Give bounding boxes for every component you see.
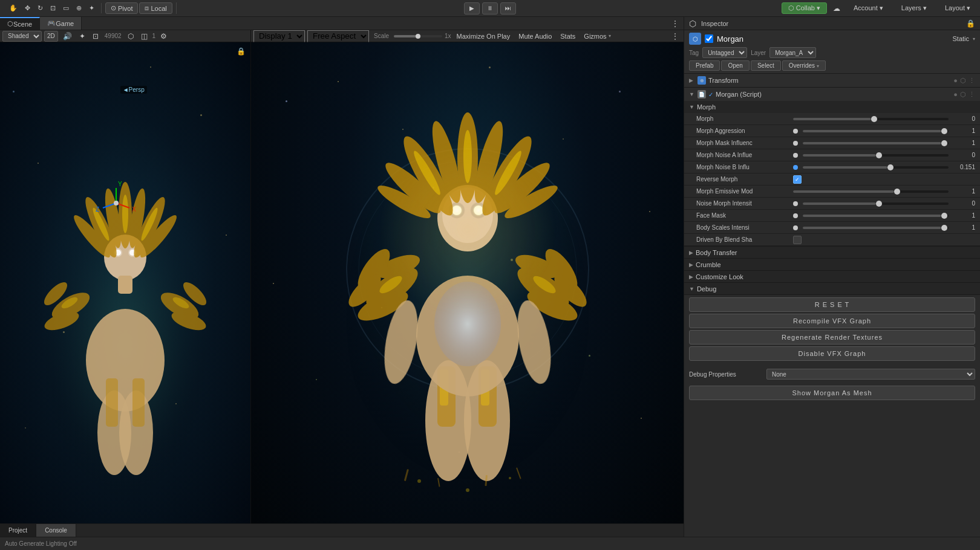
morph-noise-a-slider[interactable]: [803, 154, 949, 157]
morph-mask-thumb[interactable]: [941, 140, 947, 146]
morph-noise-b-thumb[interactable]: [887, 164, 893, 170]
step-btn[interactable]: ⏭: [500, 2, 516, 15]
morph-aggression-slider[interactable]: [803, 130, 949, 132]
account-tab[interactable]: Account ▾: [846, 0, 890, 17]
custom-tool-btn[interactable]: ✦: [86, 3, 97, 13]
morph-mask-slider[interactable]: [803, 142, 949, 144]
face-mask-thumb[interactable]: [941, 213, 947, 219]
reverse-morph-prop: Reverse Morph ✓: [684, 173, 980, 186]
prefab-label-btn: Prefab: [689, 60, 720, 71]
body-scales-thumb[interactable]: [941, 225, 947, 231]
collab-btn[interactable]: ⬡ Collab ▾: [782, 2, 827, 14]
rotate-tool-btn[interactable]: ↻: [34, 3, 46, 13]
play-btn[interactable]: ▶: [464, 2, 480, 15]
reverse-morph-check[interactable]: ✓: [793, 175, 802, 184]
svg-point-85: [509, 477, 511, 479]
mute-btn[interactable]: Mute Audio: [515, 31, 555, 41]
debug-properties-dropdown[interactable]: None: [766, 369, 975, 380]
debug-section-header[interactable]: ▼ Debug: [684, 283, 980, 295]
shading-dropdown[interactable]: Shaded: [2, 31, 42, 42]
debug-label: Debug: [697, 285, 716, 293]
cloud-btn[interactable]: ☁: [831, 3, 843, 14]
morph-noise-b-slider[interactable]: [803, 166, 949, 169]
scene-extra-btn[interactable]: ⬡: [125, 31, 136, 42]
scale-slider[interactable]: [394, 35, 442, 37]
maximize-btn[interactable]: Maximize On Play: [454, 31, 514, 41]
tag-dropdown[interactable]: Untagged: [702, 47, 747, 58]
scene-settings-btn[interactable]: ⚙: [158, 31, 169, 42]
pause-btn[interactable]: ⏸: [482, 2, 498, 15]
svg-rect-28: [106, 378, 118, 427]
morph-thumb[interactable]: [871, 116, 877, 122]
crumble-label: Crumble: [696, 261, 721, 268]
object-icon: ⬡: [689, 33, 701, 45]
reset-btn[interactable]: R E S E T: [689, 297, 975, 312]
console-tab[interactable]: Console: [36, 524, 76, 537]
morph-noise-a-label: Morph Noise A Influe: [696, 152, 793, 158]
fx-btn[interactable]: ✦: [77, 31, 88, 42]
body-scales-slider[interactable]: [803, 227, 949, 229]
hand-tool-btn[interactable]: ✋: [6, 3, 21, 13]
transform-icon: ⊕: [697, 76, 706, 85]
audio-btn[interactable]: 🔊: [60, 31, 74, 42]
body-transfer-section[interactable]: ▶ Body Transfer: [684, 247, 980, 259]
recompile-vfx-btn[interactable]: Recompile VFX Graph: [689, 314, 975, 328]
aspect-dropdown[interactable]: Free Aspect: [307, 30, 369, 42]
layer-dropdown[interactable]: Morgan_A: [769, 47, 816, 58]
layers-tab[interactable]: Layers ▾: [894, 0, 934, 17]
noise-morph-slider[interactable]: [803, 202, 949, 205]
face-mask-slider[interactable]: [803, 215, 949, 217]
local-btn[interactable]: ⧈ Local: [139, 2, 172, 14]
morph-section-header[interactable]: ▼ Morph: [684, 101, 980, 113]
2d-btn[interactable]: 2D: [44, 31, 58, 42]
open-btn[interactable]: Open: [721, 60, 749, 71]
driven-blend-toggle[interactable]: [793, 236, 802, 244]
rect-tool-btn[interactable]: ▭: [60, 3, 72, 13]
scene-panel-tab[interactable]: ⬡ Scene: [0, 17, 40, 30]
morph-emissive-thumb[interactable]: [894, 189, 900, 195]
collab-label: Collab ▾: [796, 4, 820, 12]
body-transfer-label: Body Transfer: [696, 249, 737, 256]
overrides-btn[interactable]: Overrides ▾: [782, 60, 826, 71]
svg-text:X: X: [132, 206, 136, 213]
svg-point-47: [434, 282, 501, 366]
morph-emissive-slider[interactable]: [793, 190, 949, 193]
morgan-settings-icon: ●: [953, 91, 958, 99]
panels-area: ⬡ Scene 🎮 Game ⋮ Shaded 2D: [0, 17, 684, 537]
transform-header[interactable]: ▶ ⊕ Transform ● ⬡ ⋮: [684, 74, 980, 87]
panel-options-btn[interactable]: ⋮: [669, 18, 681, 29]
show-morgan-btn[interactable]: Show Morgan As Mesh: [689, 386, 975, 400]
active-checkbox[interactable]: [705, 34, 713, 43]
display-dropdown[interactable]: Display 1: [253, 30, 305, 42]
noise-morph-thumb[interactable]: [876, 201, 882, 207]
select-btn[interactable]: Select: [751, 60, 781, 71]
morph-aggression-thumb[interactable]: [941, 128, 947, 134]
scale-tool-btn[interactable]: ⊡: [47, 3, 59, 13]
scene-corner-icons: 🔒: [237, 47, 246, 56]
gizmos-btn[interactable]: Gizmos ▾: [581, 31, 613, 41]
morph-noise-b-track: [803, 166, 887, 169]
pivot-btn[interactable]: ⊙ Pivot: [105, 2, 138, 14]
morph-slider[interactable]: [793, 118, 949, 120]
game-panel-tab[interactable]: 🎮 Game: [40, 17, 82, 30]
layout-tab[interactable]: Layout ▾: [938, 0, 978, 17]
svg-rect-3: [118, 276, 132, 294]
morph-prop: Morph 0: [684, 113, 980, 125]
move-tool-btn[interactable]: ✥: [22, 3, 33, 13]
multi-tool-btn[interactable]: ⊕: [73, 3, 85, 13]
game-options-btn[interactable]: ⋮: [669, 31, 681, 42]
morph-noise-a-thumb[interactable]: [876, 152, 882, 158]
project-tab[interactable]: Project: [0, 524, 36, 537]
regenerate-textures-btn[interactable]: Regenerate Render Textures: [689, 330, 975, 345]
morph-noise-a-circle: [793, 153, 798, 158]
crumble-section[interactable]: ▶ Crumble: [684, 259, 980, 271]
svg-point-33: [114, 201, 119, 205]
scene-persp-btn[interactable]: ◫: [139, 31, 150, 42]
stats-btn[interactable]: Stats: [557, 31, 578, 41]
customize-look-section[interactable]: ▶ Customize Look: [684, 271, 980, 283]
disable-vfx-btn[interactable]: Disable VFX Graph: [689, 346, 975, 361]
morgan-script-arrow: ▼: [689, 91, 695, 97]
scene-mode-btn[interactable]: ⊡: [90, 31, 101, 42]
inspector-body[interactable]: ▶ ⊕ Transform ● ⬡ ⋮ ▼ 📄 ✓ Morgan (Script…: [684, 74, 980, 537]
morgan-script-header[interactable]: ▼ 📄 ✓ Morgan (Script) ● ⬡ ⋮: [684, 88, 980, 101]
